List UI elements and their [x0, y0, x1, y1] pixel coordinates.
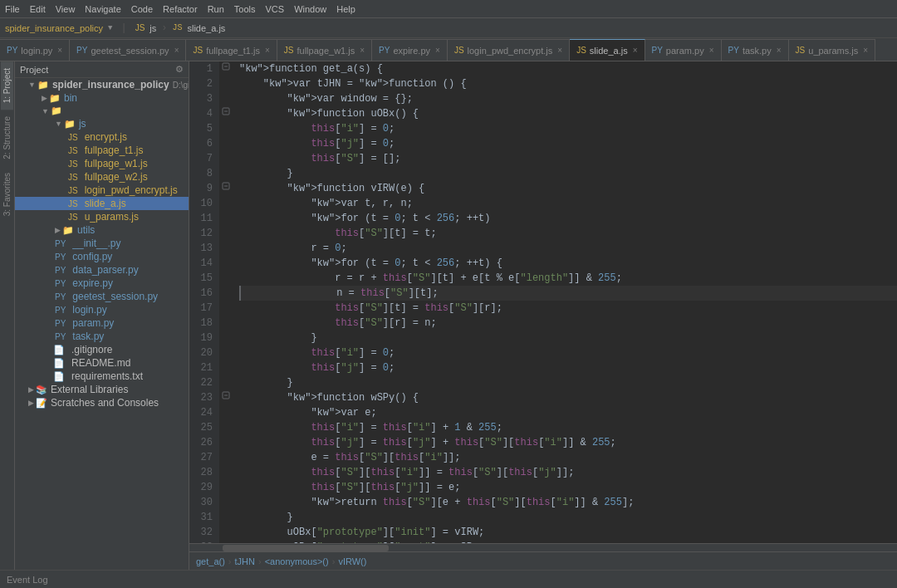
tree-utils[interactable]: ▶ 📁 utils — [15, 223, 189, 237]
code-line[interactable]: r = r + this["S"][t] + e[t % e["length"]… — [239, 271, 897, 286]
tab-slide-a-js[interactable]: JS slide_a.js × — [570, 39, 645, 61]
code-line[interactable]: this["S"] = []; — [239, 151, 897, 166]
menu-item-file[interactable]: File — [5, 4, 20, 14]
close-icon[interactable]: × — [709, 46, 714, 55]
close-icon[interactable]: × — [557, 46, 562, 55]
code-line[interactable]: "kw">function vIRW(e) { — [239, 181, 897, 196]
code-line[interactable]: e = this["S"][this["i"]]; — [239, 450, 897, 465]
file-breadcrumb[interactable]: slide_a.js — [187, 23, 225, 33]
event-log-label[interactable]: Event Log — [7, 575, 48, 585]
tree-param-py[interactable]: PY param.py — [15, 316, 189, 330]
tree-login-py[interactable]: PY login.py — [15, 303, 189, 316]
code-line[interactable]: this["S"][this["i"]] = this["S"][this["j… — [239, 465, 897, 480]
left-tab-structure[interactable]: 2: Structure — [1, 110, 13, 166]
close-icon[interactable]: × — [360, 46, 365, 55]
tab-login-py[interactable]: PY login.py × — [0, 39, 70, 61]
tree-config-py[interactable]: PY config.py — [15, 250, 189, 263]
code-line[interactable]: r = 0; — [239, 241, 897, 256]
tab-task-py[interactable]: PY task.py × — [722, 39, 789, 61]
menu-item-tools[interactable]: Tools — [234, 4, 256, 14]
close-icon[interactable]: × — [57, 46, 62, 55]
code-line[interactable]: "kw">var window = {}; — [239, 91, 897, 106]
code-line[interactable]: this["j"] = this["j"] + this["S"][this["… — [239, 435, 897, 450]
close-icon[interactable]: × — [435, 46, 440, 55]
tree-encrypt-js[interactable]: JS encrypt.js — [15, 130, 189, 144]
tree-js[interactable]: ▼ 📁 js — [15, 117, 189, 130]
code-line[interactable]: this["S"][t] = this["S"][r]; — [239, 301, 897, 316]
tree-data-parser-py[interactable]: PY data_parser.py — [15, 263, 189, 277]
tree-external-libs[interactable]: ▶ 📚 External Libraries — [15, 383, 189, 396]
code-line[interactable]: "kw">for (t = 0; t < 256; ++t) { — [239, 256, 897, 271]
tree-requirements[interactable]: 📄 requirements.txt — [15, 370, 189, 383]
menu-item-vcs[interactable]: VCS — [266, 4, 285, 14]
code-line[interactable]: this["S"][this["j"]] = e; — [239, 480, 897, 495]
left-tab-project[interactable]: 1: Project — [1, 61, 13, 110]
code-line[interactable]: "kw">function uOBx() { — [239, 106, 897, 121]
breadcrumb-anonymous[interactable]: <anonymous>() — [265, 556, 329, 566]
sidebar-settings-icon[interactable]: ⚙ — [175, 64, 184, 75]
tree-fullpage-w2[interactable]: JS fullpage_w2.js — [15, 170, 189, 184]
code-line[interactable]: uOBx["prototype"]["init"] = vIRW; — [239, 525, 897, 540]
menu-item-navigate[interactable]: Navigate — [85, 4, 120, 14]
horizontal-scrollbar[interactable] — [189, 543, 897, 551]
tree-slide-a-js[interactable]: JS slide_a.js — [15, 197, 189, 210]
code-line[interactable]: this["i"] = this["i"] + 1 & 255; — [239, 420, 897, 435]
js-breadcrumb[interactable]: js — [150, 23, 156, 33]
code-line[interactable]: "kw">var tJHN = "kw">function () { — [239, 76, 897, 91]
tree-scratches[interactable]: ▶ 📝 Scratches and Consoles — [15, 396, 189, 409]
project-name-label[interactable]: spider_insurance_policy — [5, 23, 103, 33]
code-line[interactable]: } — [239, 166, 897, 181]
close-icon[interactable]: × — [777, 46, 782, 55]
breadcrumb-virw[interactable]: vIRW() — [338, 556, 366, 566]
code-line[interactable]: this["j"] = 0; — [239, 136, 897, 151]
code-line[interactable]: } — [239, 510, 897, 525]
tree-fullpage-w1[interactable]: JS fullpage_w1.js — [15, 157, 189, 170]
tree-login-pwd-encrypt[interactable]: JS login_pwd_encrypt.js — [15, 184, 189, 197]
close-icon[interactable]: × — [863, 46, 868, 55]
close-icon[interactable]: × — [265, 46, 270, 55]
fold-indicator[interactable] — [219, 181, 233, 196]
menu-item-code[interactable]: Code — [131, 4, 153, 14]
tree-geetest-session[interactable]: PY geetest_session.py — [15, 290, 189, 303]
code-line[interactable]: } — [239, 331, 897, 345]
code-line[interactable]: this["i"] = 0; — [239, 345, 897, 360]
tab-geetest-session[interactable]: PY geetest_session.py × — [70, 39, 186, 61]
code-line[interactable]: this["S"][t] = t; — [239, 226, 897, 241]
tab-fullpage-w1[interactable]: JS fullpage_w1.js × — [277, 39, 372, 61]
fold-indicator[interactable] — [219, 106, 233, 121]
menu-item-view[interactable]: View — [56, 4, 76, 14]
code-line[interactable]: "kw">function get_a(s) { — [239, 61, 897, 76]
tree-root[interactable]: ▼ 📁 spider_insurance_policy D:\gitlab-re… — [15, 78, 189, 91]
menu-item-help[interactable]: Help — [336, 4, 355, 14]
menu-item-window[interactable]: Window — [294, 4, 326, 14]
tree-task-py[interactable]: PY task.py — [15, 330, 189, 343]
fold-indicator[interactable] — [219, 390, 233, 405]
code-line[interactable]: "kw">var t, r, n; — [239, 196, 897, 211]
tab-login-pwd-encrypt[interactable]: JS login_pwd_encrypt.js × — [448, 39, 570, 61]
code-line[interactable]: this["i"] = 0; — [239, 121, 897, 136]
fold-indicator[interactable] — [219, 61, 233, 76]
tree-gitignore[interactable]: 📄 .gitignore — [15, 343, 189, 356]
code-line[interactable]: "kw">var e; — [239, 405, 897, 420]
breadcrumb-tjhn[interactable]: tJHN — [235, 556, 255, 566]
breadcrumb-get-a[interactable]: get_a() — [196, 556, 225, 566]
close-icon[interactable]: × — [174, 46, 179, 55]
code-line[interactable]: n = this["S"][t]; — [239, 286, 897, 301]
scrollbar-thumb[interactable] — [223, 545, 389, 551]
tree-u-params-js[interactable]: JS u_params.js — [15, 210, 189, 223]
tree-bin[interactable]: ▶ 📁 bin — [15, 91, 189, 105]
code-line[interactable]: } — [239, 375, 897, 390]
code-line[interactable]: this["j"] = 0; — [239, 360, 897, 375]
close-icon[interactable]: × — [633, 46, 638, 55]
tree-init-py[interactable]: PY __init__.py — [15, 237, 189, 250]
code-line[interactable]: "kw">return this["S"][e + this["S"][this… — [239, 495, 897, 510]
tab-u-params-js[interactable]: JS u_params.js × — [789, 39, 875, 61]
code-line[interactable]: "kw">for (t = 0; t < 256; ++t) — [239, 211, 897, 226]
code-container[interactable]: 1234567891011121314151617181920212223242… — [189, 61, 897, 543]
tree-readme[interactable]: 📄 README.md — [15, 356, 189, 370]
tab-fullpage-t1[interactable]: JS fullpage_t1.js × — [186, 39, 277, 61]
dropdown-icon[interactable]: ▼ — [108, 24, 112, 32]
code-content[interactable]: "kw">function get_a(s) { "kw">var tJHN =… — [236, 61, 897, 543]
tab-param-py[interactable]: PY param.py × — [645, 39, 722, 61]
code-line[interactable]: this["S"][r] = n; — [239, 316, 897, 331]
